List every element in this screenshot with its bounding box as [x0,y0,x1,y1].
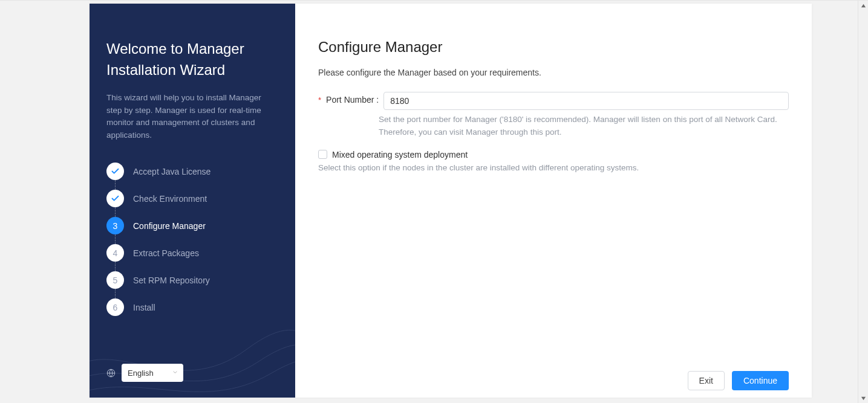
wizard-window: Welcome to Manager Installation Wizard T… [90,4,812,398]
step-accept-java-license[interactable]: Accept Java License [106,158,278,185]
steps-list: Accept Java License Check Environment 3 … [106,158,278,321]
step-label: Install [133,303,155,312]
globe-icon [106,369,116,378]
language-selected: English [128,369,154,378]
browser-scrollbar[interactable] [858,1,868,403]
step-set-rpm-repository[interactable]: 5 Set RPM Repository [106,266,278,294]
port-number-input[interactable] [383,92,789,110]
step-check-environment[interactable]: Check Environment [106,185,278,212]
viewport: Welcome to Manager Installation Wizard T… [0,0,868,403]
port-number-row: * Port Number : [318,92,789,110]
sidebar-title: Welcome to Manager Installation Wizard [106,39,278,81]
sidebar: Welcome to Manager Installation Wizard T… [90,4,295,398]
port-number-help: Set the port number for Manager ('8180' … [379,114,789,139]
main-panel: Configure Manager Please configure the M… [295,4,812,398]
step-label: Extract Packages [133,248,199,258]
step-label: Configure Manager [133,221,206,231]
mixed-os-label: Mixed operating system deployment [332,150,468,160]
mixed-os-help: Select this option if the nodes in the c… [318,163,789,172]
page-title: Configure Manager [318,39,789,56]
step-install[interactable]: 6 Install [106,294,278,321]
scroll-track[interactable] [858,11,868,393]
step-configure-manager[interactable]: 3 Configure Manager [106,212,278,239]
step-number-icon: 6 [106,298,124,316]
sidebar-description: This wizard will help you to install Man… [106,92,278,143]
check-icon [106,190,124,207]
scroll-down-arrow-icon[interactable] [858,393,868,403]
footer-buttons: Exit Continue [688,371,789,390]
page-subtitle: Please configure the Manager based on yo… [318,68,789,77]
scroll-up-arrow-icon[interactable] [858,1,868,11]
step-label: Check Environment [133,194,207,204]
step-number-icon: 5 [106,271,124,289]
port-number-label: Port Number : [326,95,379,105]
step-number-icon: 4 [106,244,124,262]
continue-button[interactable]: Continue [732,371,789,390]
exit-button[interactable]: Exit [688,371,725,390]
language-select[interactable]: English [122,364,183,382]
language-row: English [106,364,183,382]
mixed-os-checkbox[interactable] [318,150,327,159]
check-icon [106,163,124,180]
step-label: Set RPM Repository [133,276,210,285]
step-number-icon: 3 [106,217,124,234]
mixed-os-row: Mixed operating system deployment [318,150,789,160]
chevron-down-icon [172,369,178,378]
step-label: Accept Java License [133,167,210,176]
step-extract-packages[interactable]: 4 Extract Packages [106,239,278,266]
required-star-icon: * [318,95,321,105]
